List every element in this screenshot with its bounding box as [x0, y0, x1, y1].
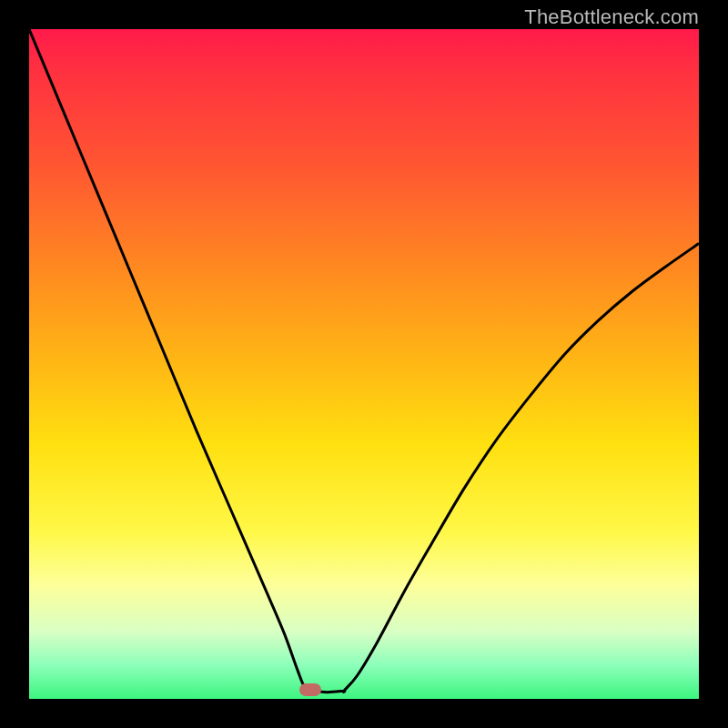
plot-area: [29, 29, 699, 699]
watermark-text: TheBottleneck.com: [524, 5, 699, 29]
bottleneck-curve: [29, 29, 699, 699]
optimum-marker: [299, 683, 321, 696]
chart-frame: TheBottleneck.com: [0, 0, 728, 728]
